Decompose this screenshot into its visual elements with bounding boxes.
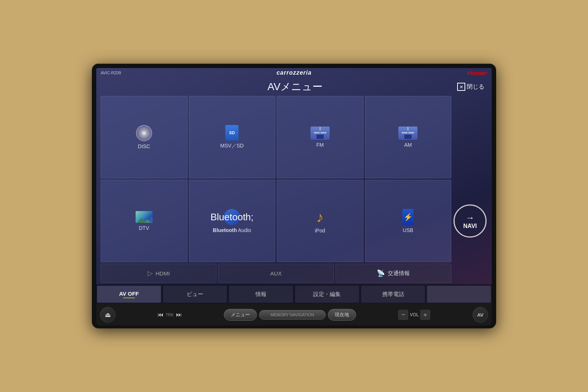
navi-arrow-icon: → — [466, 213, 474, 223]
mountain2-icon — [144, 219, 151, 223]
tab-settings-wrap: 設定・編集 — [313, 291, 341, 298]
trk-label: TRK — [166, 313, 174, 317]
tab-bar: AV OFF ビュー 情報 設定・編集 — [96, 284, 492, 304]
navi-label: NAVI — [463, 223, 477, 229]
next-track-button[interactable]: ⏭ — [176, 311, 182, 318]
menu-cell-dtv[interactable]: DTV — [101, 180, 187, 262]
menu-cell-disc[interactable]: DISC — [101, 96, 187, 178]
close-label: 閉じる — [467, 83, 484, 91]
bluetooth-icon: Bluetooth; — [224, 209, 240, 225]
eject-icon: ⏏ — [105, 311, 111, 319]
model-label: AVIC-RZ09 — [101, 71, 121, 75]
navi-button[interactable]: → NAVI — [453, 204, 487, 238]
vol-minus-icon: − — [402, 311, 405, 318]
radio-speaker-am — [404, 134, 412, 139]
antenna-icon — [320, 127, 320, 131]
menu-cell-bluetooth[interactable]: Bluetooth; Bluetooth Audio — [189, 180, 276, 262]
sub-cell-traffic[interactable]: 📡 交通情報 — [336, 264, 451, 283]
av-button[interactable]: AV — [473, 307, 488, 322]
tab-view-wrap: ビュー — [187, 291, 203, 298]
screen-topbar: AVIC-RZ09 carrozzeria Pioneer — [96, 68, 492, 78]
sub-cell-aux[interactable]: AUX — [218, 264, 334, 283]
disc-label: DISC — [138, 143, 150, 149]
hdmi-label: HDMI — [156, 270, 170, 277]
menu-grid-area: DISC MSV／SD FM — [96, 95, 492, 284]
menu-row-1: DISC MSV／SD FM — [101, 96, 487, 178]
title-row: AVメニュー ✕ 閉じる — [96, 78, 492, 95]
device-frame: AVIC-RZ09 carrozzeria Pioneer AVメニュー ✕ 閉… — [92, 64, 496, 328]
tab-phone-label: 携帯電話 — [382, 291, 404, 298]
screen-title: AVメニュー — [133, 80, 457, 94]
menu-cell-fm[interactable]: FM — [277, 96, 363, 178]
vol-plus-icon: ＋ — [422, 311, 428, 319]
dtv-label: DTV — [139, 225, 149, 231]
hdmi-icon: ▷ — [148, 269, 153, 277]
radio-speaker — [316, 134, 324, 139]
music-note-icon: ♪ — [316, 209, 324, 225]
sd-icon — [225, 125, 239, 140]
close-x-icon: ✕ — [457, 83, 465, 91]
tab-av-off[interactable]: AV OFF — [97, 286, 161, 303]
tab-info[interactable]: 情報 — [229, 286, 293, 303]
location-button[interactable]: 現在地 — [328, 309, 356, 321]
bluetooth-label: Bluetooth Audio — [213, 227, 251, 233]
vol-plus-button[interactable]: ＋ — [420, 310, 430, 320]
traffic-label: 交通情報 — [388, 270, 410, 277]
sd-label: MSV／SD — [220, 143, 244, 149]
menu-row-2: DTV Bluetooth; Bluetooth Audio ♪ iPod — [101, 180, 487, 262]
sub-cell-hdmi[interactable]: ▷ HDMI — [101, 264, 216, 283]
tab-settings[interactable]: 設定・編集 — [295, 286, 359, 303]
bt-symbol: Bluetooth; — [211, 211, 254, 223]
menu-button[interactable]: メニュー — [224, 309, 257, 321]
trk-section: ⏮ TRK ⏭ — [158, 311, 182, 318]
menu-cell-ipod[interactable]: ♪ iPod — [277, 180, 363, 262]
tab-av-off-label: AV OFF — [119, 291, 139, 297]
traffic-wave-icon: 📡 — [377, 269, 385, 277]
vol-section: − VOL ＋ — [398, 310, 430, 320]
eject-button[interactable]: ⏏ — [100, 307, 115, 322]
usb-symbol: ⚡ — [404, 213, 413, 221]
disc-center — [143, 132, 146, 135]
ipod-label: iPod — [315, 228, 325, 234]
antenna-icon-am — [408, 127, 408, 131]
ctrl-center: メニュー MEMORY NAVIGATION 現在地 — [224, 309, 356, 321]
vol-minus-button[interactable]: − — [398, 310, 408, 320]
brand-label: carrozzeria — [276, 70, 312, 76]
radio-bars — [314, 132, 326, 133]
usb-label: USB — [403, 227, 413, 233]
tab-info-label: 情報 — [255, 291, 266, 298]
menu-button-label: メニュー — [231, 312, 250, 317]
fm-label: FM — [316, 142, 324, 148]
pioneer-label: Pioneer — [467, 70, 487, 76]
screen-area: AVIC-RZ09 carrozzeria Pioneer AVメニュー ✕ 閉… — [96, 68, 492, 304]
location-button-label: 現在地 — [335, 312, 349, 317]
tab-av-off-wrap: AV OFF — [119, 291, 139, 298]
navi-area: → NAVI — [453, 180, 487, 262]
usb-icon: ⚡ — [402, 209, 413, 225]
av-icon: AV — [477, 312, 483, 318]
menu-cell-sd[interactable]: MSV／SD — [189, 96, 276, 178]
tab-phone-wrap: 携帯電話 — [382, 291, 404, 298]
radio-bars-am — [402, 132, 414, 133]
prev-track-button[interactable]: ⏮ — [158, 311, 164, 318]
am-radio-icon — [398, 126, 417, 140]
nav-button[interactable]: MEMORY NAVIGATION — [259, 310, 325, 320]
close-button[interactable]: ✕ 閉じる — [457, 83, 484, 91]
vol-label: VOL — [410, 312, 419, 317]
menu-cell-usb[interactable]: ⚡ USB — [365, 180, 452, 262]
sub-row: ▷ HDMI AUX 📡 交通情報 — [101, 264, 487, 283]
tab-phone[interactable]: 携帯電話 — [361, 286, 425, 303]
physical-controls: ⏏ ⏮ TRK ⏭ メニュー MEMORY NAVIGATION 現在地 − V… — [96, 304, 492, 325]
tab-info-wrap: 情報 — [255, 291, 266, 298]
tab-settings-label: 設定・編集 — [313, 291, 341, 298]
tab-view-label: ビュー — [187, 291, 203, 298]
aux-label: AUX — [270, 270, 282, 277]
menu-cell-am[interactable]: AM — [365, 96, 452, 178]
navi-placeholder-top — [453, 96, 487, 178]
nav-button-label: MEMORY NAVIGATION — [270, 313, 314, 317]
tab-view[interactable]: ビュー — [163, 286, 227, 303]
sub-navi-spacer — [453, 264, 487, 283]
am-label: AM — [404, 142, 412, 148]
dtv-icon — [136, 211, 153, 223]
tab-av-off-underline — [123, 297, 135, 298]
